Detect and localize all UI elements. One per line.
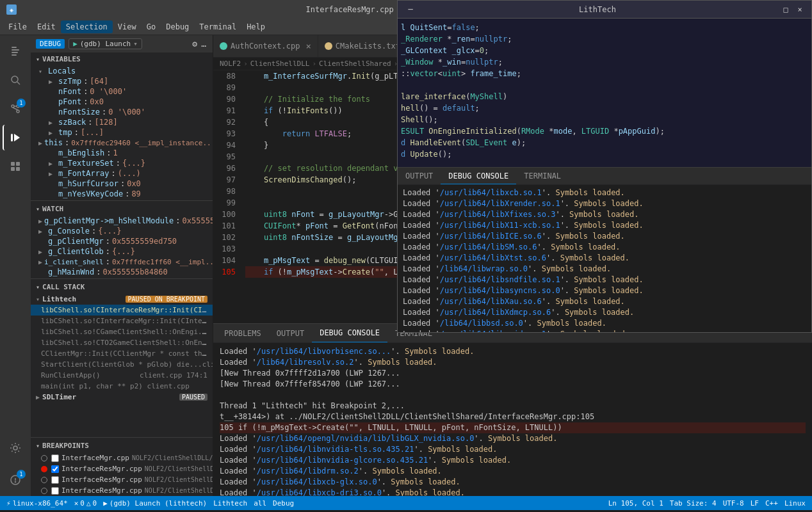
status-language[interactable]: C++ — [765, 499, 778, 508]
breadcrumb-shared[interactable]: ClientShellShared — [319, 60, 391, 68]
svg-rect-0 — [12, 47, 17, 48]
breadcrumb-nolf2[interactable]: NOLF2 — [220, 60, 241, 68]
breakpoints-header[interactable]: ▾ BREAKPOINTS — [31, 439, 213, 452]
callstack-section: ▾ CALL STACK ▾ Lithtech PAUSED ON BREAKP… — [31, 280, 213, 436]
lith-minimize[interactable]: ─ — [404, 3, 417, 16]
lith-term-14: Loaded '/usr/lib64/libuuid.so.1'. Symbol… — [403, 329, 806, 332]
scm-badge: 1 — [17, 99, 26, 108]
bp-item-4[interactable]: InterfaceResMgr.cpp NOLF2/ClientShellDL.… — [31, 485, 213, 496]
bp-checkbox-4[interactable] — [51, 487, 59, 495]
bp-item-1[interactable]: InterfaceMgr.cpp NOLF2/ClientShellDLL/C.… — [31, 452, 213, 463]
lineending-text: LF — [751, 499, 759, 508]
svg-point-7 — [17, 110, 19, 113]
bp-item-3[interactable]: InterfaceResMgr.cpp NOLF2/ClientShellDL.… — [31, 474, 213, 485]
lith-tab-debug[interactable]: DEBUG CONSOLE — [441, 168, 516, 184]
menu-file[interactable]: File — [3, 20, 32, 33]
debug-more-btn[interactable]: … — [200, 38, 207, 50]
activity-explorer[interactable] — [3, 38, 28, 64]
var-mFontArray[interactable]: ▶ m_FontArray: (...) — [46, 168, 213, 179]
callstack-item-2[interactable]: libCShell.so!CInterfaceMgr::Init(CInte..… — [31, 316, 213, 326]
breadcrumb-clientshell[interactable]: ClientShellDLL — [250, 60, 310, 68]
status-debug-label[interactable]: Debug — [273, 499, 294, 508]
activity-settings[interactable] — [3, 435, 28, 461]
callstack-item-1[interactable]: libCShell.so!CInterfaceResMgr::Init(CI..… — [31, 305, 213, 316]
menu-help[interactable]: Help — [241, 20, 270, 33]
lith-term-6: Loaded '/usr/lib64/libSM.so.6'. Symbols … — [403, 242, 806, 253]
debug-settings-btn[interactable]: ⚙ — [191, 38, 199, 50]
status-lineending[interactable]: LF — [751, 499, 759, 508]
var-this[interactable]: ▶ this: 0x7fffdec29460 <__impl_instance.… — [36, 138, 213, 148]
run-icon: ▶ — [103, 499, 108, 508]
lith-term-4: Loaded '/usr/lib64/libX11-xcb.so.1'. Sym… — [403, 220, 806, 231]
lithtech-text: Lithtech — [213, 499, 247, 508]
callstack-item-4[interactable]: libCShell.so!CTO2GameClientShell::OnEn..… — [31, 337, 213, 348]
var-szTmp[interactable]: ▶ szTmp: [64] — [46, 76, 213, 86]
activity-bar: 1 1 — [0, 35, 31, 496]
lithtech-titlebar: ─ LithTech □ × — [398, 1, 811, 19]
watch-iclientshell[interactable]: ▶ i_client_shell: 0x7fffdec1ff60 <__impl… — [36, 257, 213, 267]
callstack-item-8[interactable]: main(int p1, char ** p2) client.cpp — [31, 381, 213, 392]
lith-tab-terminal[interactable]: TERMINAL — [516, 168, 569, 184]
terminal-tab-debug[interactable]: DEBUG CONSOLE — [312, 324, 387, 342]
svg-point-17 — [13, 446, 17, 450]
status-all[interactable]: all — [254, 499, 266, 508]
variables-header[interactable]: ▾ VARIABLES — [31, 52, 213, 66]
callstack-item-3[interactable]: libCShell.so!CGameClientShell::OnEngi... — [31, 326, 213, 337]
warning-count: 0 — [93, 499, 97, 508]
lith-maximize[interactable]: □ — [779, 3, 792, 16]
bp-checkbox-3[interactable] — [51, 476, 59, 484]
tab-authcontext[interactable]: AuthContext.cpp × — [213, 35, 318, 57]
callstack-item-5[interactable]: CClientMgr::Init(CClientMgr * const th..… — [31, 348, 213, 359]
svg-rect-2 — [12, 52, 18, 53]
status-cursor[interactable]: Ln 105, Col 1 — [608, 499, 663, 508]
terminal-tab-problems[interactable]: PROBLEMS — [216, 324, 269, 342]
status-encoding[interactable]: UTF-8 — [723, 499, 744, 508]
callstack-item-7[interactable]: RunClientApp() client.cpp 174:1 — [31, 370, 213, 381]
status-lithtech[interactable]: Lithtech — [213, 499, 247, 508]
notification-icon[interactable]: 1 — [3, 467, 28, 493]
bp-circle-4 — [41, 488, 47, 494]
term-line-7: t__+38144>) at ../NOLF2/ClientShell2DLL/… — [220, 412, 806, 422]
svg-point-6 — [12, 105, 14, 108]
var-szBack[interactable]: ▶ szBack: [128] — [46, 117, 213, 127]
lithtech-code: l QuitSent=false; _Renderer *_ren=nullpt… — [398, 19, 811, 167]
status-run[interactable]: ▶ (gdb) Launch (lithtech) — [103, 499, 207, 508]
activity-extensions[interactable] — [3, 154, 28, 179]
lith-terminal-content: Loaded '/usr/lib64/libxcb.so.1'. Symbols… — [398, 185, 811, 332]
lith-term-7: Loaded '/usr/lib64/libXtst.so.6'. Symbol… — [403, 253, 806, 264]
debug-launch-selector[interactable]: ▶ (gdb) Launch ▾ — [69, 38, 142, 49]
menu-edit[interactable]: Edit — [32, 20, 61, 33]
status-platform[interactable]: Linux — [784, 499, 806, 508]
line-numbers: 88 89 90 91 92 93 94 95 96 97 98 99 100 … — [213, 70, 242, 323]
activity-debug[interactable] — [3, 125, 28, 150]
watch-clientglob[interactable]: ▶ g_ClientGlob: {...} — [36, 246, 213, 257]
locals-group[interactable]: ▾ Locals — [36, 66, 213, 76]
menu-view[interactable]: View — [113, 20, 142, 33]
term-line-14: Loaded '/usr/lib64/libxcb-dri3.so.0'. Sy… — [220, 488, 806, 496]
lith-close[interactable]: × — [793, 3, 806, 16]
callstack-header[interactable]: ▾ CALL STACK — [31, 280, 213, 294]
platform-text: Linux — [784, 499, 806, 508]
bp-item-2[interactable]: InterfaceResMgr.cpp NOLF2/ClientShellDL.… — [31, 463, 213, 474]
bp-checkbox-1[interactable] — [51, 454, 59, 462]
terminal-tab-output[interactable]: OUTPUT — [269, 324, 312, 342]
status-errors[interactable]: ✕ 0 △ 0 — [74, 499, 97, 508]
menu-go[interactable]: Go — [142, 20, 161, 33]
bp-checkbox-2[interactable] — [51, 465, 59, 473]
menu-debug[interactable]: Debug — [161, 20, 194, 33]
var-tmp[interactable]: ▶ tmp: [...] — [46, 127, 213, 138]
watch-header[interactable]: ▾ WATCH — [31, 202, 213, 216]
lithtech-title: LithTech — [417, 5, 778, 14]
callstack-item-6[interactable]: StartClient(ClientGlob * pGlob) die... c… — [31, 359, 213, 370]
status-debug[interactable]: ⚡ linux-x86_64* — [6, 499, 68, 508]
watch-console[interactable]: ▶ g_Console: {...} — [36, 226, 213, 236]
var-mEnglish: ▶ m_bEnglish: 1 — [46, 148, 213, 158]
tab-close-authcontext[interactable]: × — [305, 41, 311, 51]
var-mTextureSet[interactable]: ▶ m_TextureSet: {...} — [46, 158, 213, 168]
lith-tab-output[interactable]: OUTPUT — [398, 168, 441, 184]
menu-terminal[interactable]: Terminal — [194, 20, 241, 33]
activity-search[interactable] — [3, 67, 28, 93]
activity-scm[interactable]: 1 — [3, 96, 28, 122]
menu-selection[interactable]: Selection — [61, 20, 113, 33]
status-tabsize[interactable]: Tab Size: 4 — [670, 499, 717, 508]
